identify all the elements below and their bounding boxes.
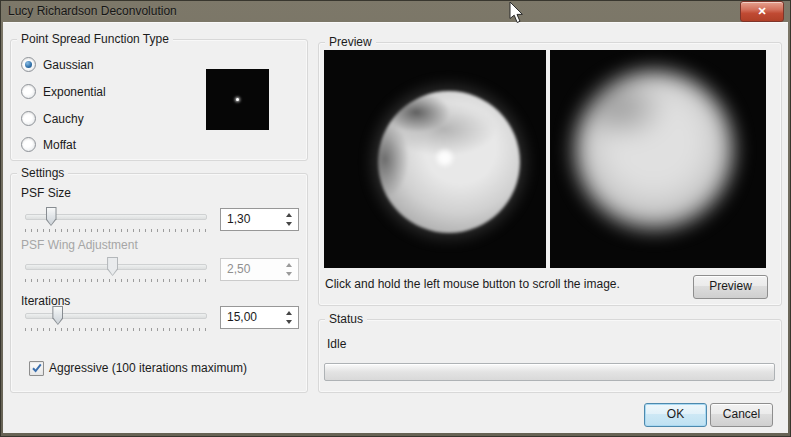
status-group: Status Idle (318, 319, 782, 393)
aggressive-checkbox-label[interactable]: Aggressive (100 iterations maximum) (49, 361, 247, 375)
iterations-slider[interactable] (25, 306, 207, 325)
psf-size-slider[interactable] (25, 207, 207, 226)
psf-dot (236, 98, 239, 101)
spin-up-icon[interactable] (286, 311, 292, 315)
psf-wing-spin-buttons (282, 259, 296, 280)
lucy-richardson-dialog: { "window": { "title": "Lucy Richardson … (0, 0, 791, 437)
ok-button[interactable]: OK (644, 403, 707, 427)
spin-up-icon[interactable] (286, 213, 292, 217)
status-group-title: Status (325, 312, 367, 326)
radio-moffat-label: Moffat (43, 138, 76, 152)
psf-type-group: Point Spread Function Type Gaussian Expo… (10, 39, 308, 161)
close-icon: ✕ (757, 5, 766, 17)
psf-wing-value: 2,50 (227, 262, 250, 276)
cancel-button[interactable]: Cancel (710, 403, 773, 427)
preview-group: Preview Click and hold the left mouse bu… (318, 42, 782, 306)
radio-exponential-label: Exponential (43, 85, 106, 99)
iterations-spin-buttons[interactable] (282, 307, 296, 328)
aggressive-checkbox[interactable] (29, 361, 44, 376)
settings-group: Settings PSF Size 1,30 PSF Wing Adjustme… (10, 173, 308, 393)
check-icon (30, 361, 44, 375)
spin-down-icon (286, 272, 292, 276)
psf-wing-label: PSF Wing Adjustment (21, 238, 138, 252)
mouse-cursor-icon (509, 2, 525, 24)
preview-button-label: Preview (709, 279, 752, 293)
psf-wing-input: 2,50 (220, 258, 299, 281)
radio-gaussian-label: Gaussian (43, 58, 94, 72)
radio-cauchy[interactable] (21, 111, 36, 126)
psf-size-label: PSF Size (21, 186, 71, 200)
psf-kernel-preview (206, 69, 269, 130)
psf-size-slider-ticks (25, 229, 207, 232)
settings-group-title: Settings (17, 166, 68, 180)
iterations-slider-thumb[interactable] (52, 306, 63, 325)
progress-bar (324, 363, 775, 381)
status-text: Idle (327, 337, 346, 351)
planet-sharp-image (378, 91, 520, 233)
psf-size-spin-buttons[interactable] (282, 209, 296, 230)
psf-wing-slider (25, 257, 207, 276)
spin-down-icon[interactable] (286, 320, 292, 324)
radio-exponential[interactable] (21, 84, 36, 99)
close-button[interactable]: ✕ (740, 1, 784, 22)
titlebar: Lucy Richardson Deconvolution ✕ (0, 0, 791, 22)
psf-size-value: 1,30 (227, 212, 250, 226)
spin-up-icon (286, 263, 292, 267)
planet-blurred-image (575, 71, 733, 229)
iterations-input[interactable]: 15,00 (220, 306, 299, 329)
cancel-button-label: Cancel (723, 407, 760, 421)
iterations-value: 15,00 (227, 310, 257, 324)
radio-moffat[interactable] (21, 137, 36, 152)
spin-down-icon[interactable] (286, 222, 292, 226)
psf-size-input[interactable]: 1,30 (220, 208, 299, 231)
dialog-body: Point Spread Function Type Gaussian Expo… (3, 22, 788, 433)
psf-group-title: Point Spread Function Type (17, 32, 173, 46)
ok-button-label: OK (667, 407, 684, 421)
iterations-slider-ticks (25, 328, 207, 331)
scroll-hint-text: Click and hold the left mouse button to … (325, 277, 620, 291)
preview-image-original[interactable] (550, 50, 766, 268)
preview-button[interactable]: Preview (693, 275, 768, 299)
window-title: Lucy Richardson Deconvolution (8, 4, 177, 18)
psf-size-slider-thumb[interactable] (46, 207, 57, 226)
psf-wing-slider-ticks (25, 279, 207, 282)
preview-image-processed[interactable] (324, 50, 546, 268)
psf-wing-slider-thumb (107, 257, 118, 276)
preview-group-title: Preview (325, 35, 376, 49)
radio-gaussian[interactable] (21, 57, 36, 72)
radio-cauchy-label: Cauchy (43, 112, 84, 126)
